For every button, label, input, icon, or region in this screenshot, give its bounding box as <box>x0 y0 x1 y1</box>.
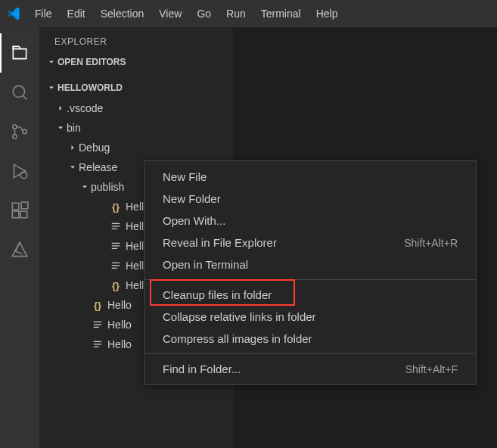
context-separator <box>144 353 476 354</box>
context-label: Find in Folder... <box>163 362 241 375</box>
menu-go[interactable]: Go <box>189 5 219 23</box>
open-editors-label: Open Editors <box>57 57 126 67</box>
svg-line-1 <box>23 95 26 99</box>
text-file-icon <box>109 241 123 251</box>
run-debug-icon[interactable] <box>0 151 39 191</box>
tree-label: Hell <box>126 220 144 232</box>
menu-run[interactable]: Run <box>219 5 253 23</box>
chevron-down-icon <box>45 82 57 94</box>
text-file-icon <box>91 339 104 350</box>
tree-label: Hello <box>107 299 132 311</box>
context-open-terminal[interactable]: Open in Terminal <box>144 254 476 275</box>
context-label: Open With... <box>163 214 225 227</box>
source-control-icon[interactable] <box>0 112 39 151</box>
json-file-icon: {} <box>91 300 104 311</box>
chevron-down-icon <box>79 181 91 193</box>
menu-selection[interactable]: Selection <box>93 5 152 23</box>
chevron-down-icon <box>54 122 67 134</box>
menu-edit[interactable]: Edit <box>60 5 93 23</box>
explorer-icon[interactable] <box>0 33 39 73</box>
svg-rect-7 <box>12 211 19 218</box>
context-label: Collapse relative links in folder <box>163 310 316 323</box>
context-collapse-links[interactable]: Collapse relative links in folder <box>144 306 476 328</box>
tree-label: Hell <box>126 240 144 252</box>
context-label: New Folder <box>163 192 221 205</box>
context-label: Compress all images in folder <box>163 332 312 345</box>
azure-icon[interactable] <box>0 230 39 269</box>
menu-terminal[interactable]: Terminal <box>253 5 309 23</box>
tree-folder-vscode[interactable]: .vscode <box>39 98 233 118</box>
chevron-down-icon <box>45 56 57 68</box>
svg-point-3 <box>13 135 17 138</box>
svg-rect-6 <box>12 203 19 210</box>
tree-label: Hello <box>107 338 132 350</box>
svg-point-2 <box>13 125 17 129</box>
context-shortcut: Shift+Alt+F <box>405 363 458 375</box>
context-new-folder[interactable]: New Folder <box>144 188 476 210</box>
vscode-logo-icon <box>6 6 21 21</box>
workspace-label: HelloWorld <box>57 82 123 93</box>
svg-rect-9 <box>21 202 28 209</box>
extensions-icon[interactable] <box>0 191 39 230</box>
context-menu: New File New Folder Open With... Reveal … <box>144 160 477 385</box>
menu-view[interactable]: View <box>151 5 189 23</box>
context-label: New File <box>163 170 207 183</box>
tree-label: publish <box>91 181 124 193</box>
text-file-icon <box>91 319 104 330</box>
text-file-icon <box>109 221 123 232</box>
tree-label: Hell <box>126 279 144 291</box>
menu-bar: File Edit Selection View Go Run Terminal… <box>27 5 345 23</box>
menu-file[interactable]: File <box>27 5 60 23</box>
tree-label: Hell <box>126 260 144 272</box>
context-separator <box>144 279 476 280</box>
svg-point-0 <box>13 86 24 97</box>
context-new-file[interactable]: New File <box>144 166 476 188</box>
context-reveal-explorer[interactable]: Reveal in File Explorer Shift+Alt+R <box>144 232 476 254</box>
context-compress-images[interactable]: Compress all images in folder <box>144 328 476 350</box>
open-editors-header[interactable]: Open Editors <box>39 53 233 71</box>
tree-label: Release <box>79 161 117 173</box>
tree-label: Debug <box>79 142 110 154</box>
tree-label: .vscode <box>67 102 103 114</box>
chevron-right-icon <box>54 102 67 114</box>
context-open-with[interactable]: Open With... <box>144 210 476 232</box>
sidebar-title: Explorer <box>39 27 233 53</box>
tree-label: bin <box>67 122 81 134</box>
svg-rect-8 <box>20 211 27 218</box>
tree-label: Hello <box>107 319 132 331</box>
menu-help[interactable]: Help <box>309 5 346 23</box>
tree-folder-debug[interactable]: Debug <box>39 138 233 157</box>
text-file-icon <box>109 260 123 271</box>
workspace-header[interactable]: HelloWorld <box>39 79 233 97</box>
context-label: Reveal in File Explorer <box>163 236 277 249</box>
title-bar: File Edit Selection View Go Run Terminal… <box>0 0 497 27</box>
context-label: Cleanup files in folder <box>163 288 272 301</box>
context-find-in-folder[interactable]: Find in Folder... Shift+Alt+F <box>144 358 476 380</box>
tree-folder-bin[interactable]: bin <box>39 118 233 138</box>
context-label: Open in Terminal <box>163 258 248 271</box>
svg-point-5 <box>20 172 27 179</box>
json-file-icon: {} <box>109 201 123 213</box>
search-icon[interactable] <box>0 73 39 112</box>
activity-bar <box>0 27 39 448</box>
chevron-right-icon <box>67 142 79 154</box>
svg-point-4 <box>23 129 26 133</box>
chevron-down-icon <box>67 161 79 173</box>
context-cleanup-files[interactable]: Cleanup files in folder <box>144 284 476 306</box>
context-shortcut: Shift+Alt+R <box>404 237 458 249</box>
json-file-icon: {} <box>109 280 123 291</box>
tree-label: Hell <box>126 201 144 213</box>
